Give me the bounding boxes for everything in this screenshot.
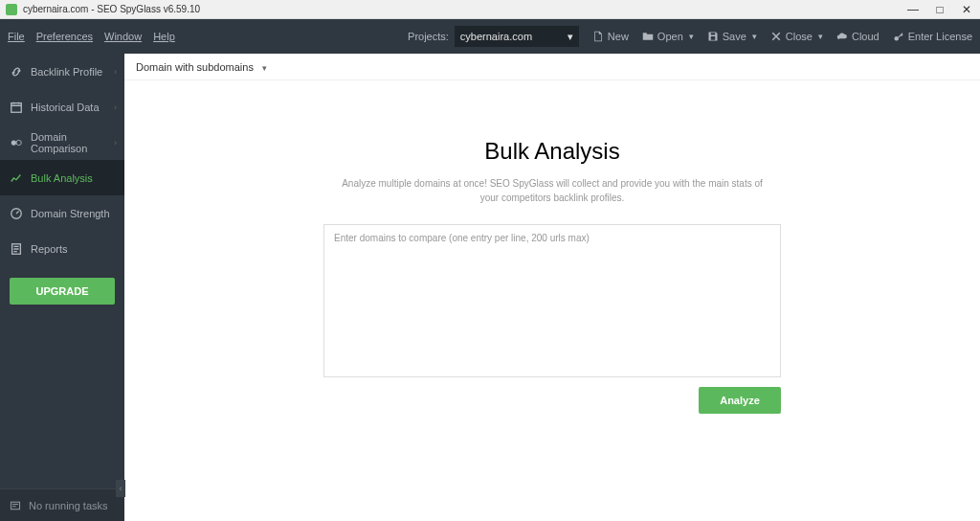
menu-file[interactable]: File — [8, 31, 25, 42]
sidebar-toggle[interactable]: ‹ — [116, 480, 125, 497]
sidebar-item-bulk-analysis[interactable]: Bulk Analysis — [0, 160, 124, 195]
cloud-button[interactable]: Cloud — [836, 31, 880, 42]
menu-preferences[interactable]: Preferences — [36, 31, 93, 42]
sidebar-item-label: Backlink Profile — [31, 66, 102, 78]
sidebar-footer: No running tasks ‹ — [0, 488, 124, 521]
svg-point-2 — [11, 140, 16, 145]
chevron-down-icon: ▾ — [689, 32, 694, 41]
gauge-icon — [10, 207, 23, 220]
sidebar-item-domain-comparison[interactable]: Domain Comparison › — [0, 125, 124, 160]
link-icon — [10, 65, 23, 79]
sidebar: Backlink Profile › Historical Data › Dom… — [0, 54, 124, 521]
project-selected-value: cybernaira.com — [460, 31, 532, 42]
page-subtitle: Analyze multiple domains at once! SEO Sp… — [332, 176, 772, 205]
chevron-down-icon: ▾ — [752, 32, 757, 41]
maximize-button[interactable]: □ — [932, 3, 947, 16]
svg-rect-6 — [11, 502, 20, 510]
cloud-icon — [836, 31, 848, 42]
menu-window[interactable]: Window — [104, 31, 142, 42]
content-main: Bulk Analysis Analyze multiple domains a… — [124, 80, 980, 521]
window-controls: — □ ✕ — [905, 3, 974, 16]
sidebar-item-label: Reports — [31, 243, 68, 255]
chevron-right-icon: › — [114, 102, 117, 112]
sidebar-item-label: Historical Data — [31, 102, 100, 113]
menubar: File Preferences Window Help Projects: c… — [0, 19, 980, 54]
chart-icon — [10, 171, 23, 185]
chevron-right-icon: › — [114, 138, 117, 147]
calendar-icon — [10, 101, 23, 114]
sidebar-item-label: Domain Strength — [31, 208, 110, 219]
svg-rect-1 — [11, 102, 22, 112]
running-tasks-label: No running tasks — [29, 500, 108, 511]
upgrade-button[interactable]: UPGRADE — [10, 278, 115, 305]
save-icon — [707, 31, 719, 42]
save-button[interactable]: Save ▾ — [707, 31, 757, 42]
new-button[interactable]: New — [592, 31, 629, 42]
projects-label: Projects: — [408, 31, 449, 42]
compare-icon — [10, 136, 23, 149]
document-icon — [592, 31, 604, 42]
folder-open-icon — [642, 31, 654, 42]
window-title: cybernaira.com - SEO SpyGlass v6.59.10 — [23, 4, 905, 14]
content-toolbar: Domain with subdomains ▾ — [124, 54, 980, 80]
chevron-down-icon: ▾ — [818, 32, 823, 41]
app-icon — [6, 4, 17, 15]
sidebar-item-domain-strength[interactable]: Domain Strength — [0, 195, 124, 231]
content-area: Domain with subdomains ▾ Bulk Analysis A… — [124, 54, 980, 521]
analyze-button[interactable]: Analyze — [699, 387, 781, 414]
svg-point-3 — [16, 140, 21, 145]
menu-help[interactable]: Help — [153, 31, 175, 42]
domain-mode-select[interactable]: Domain with subdomains ▾ — [136, 61, 267, 73]
open-button[interactable]: Open ▾ — [642, 31, 694, 42]
close-icon — [770, 31, 782, 42]
domains-textarea[interactable] — [323, 224, 781, 377]
tasks-icon — [10, 500, 21, 511]
menu-items: File Preferences Window Help — [8, 31, 175, 42]
page-title: Bulk Analysis — [484, 138, 619, 165]
close-button[interactable]: Close ▾ — [770, 31, 823, 42]
chevron-down-icon: ▾ — [568, 31, 573, 43]
sidebar-item-label: Domain Comparison — [31, 131, 115, 154]
close-window-button[interactable]: ✕ — [959, 3, 974, 16]
titlebar: cybernaira.com - SEO SpyGlass v6.59.10 —… — [0, 0, 980, 19]
sidebar-item-backlink-profile[interactable]: Backlink Profile › — [0, 54, 124, 89]
sidebar-item-label: Bulk Analysis — [31, 172, 93, 184]
sidebar-item-reports[interactable]: Reports — [0, 231, 124, 266]
document-icon — [10, 242, 23, 256]
sidebar-item-historical-data[interactable]: Historical Data › — [0, 89, 124, 125]
chevron-down-icon: ▾ — [262, 63, 267, 73]
key-icon — [893, 31, 904, 42]
enter-license-button[interactable]: Enter License — [893, 31, 972, 42]
minimize-button[interactable]: — — [905, 3, 921, 16]
chevron-right-icon: › — [114, 67, 117, 77]
project-select[interactable]: cybernaira.com ▾ — [455, 26, 579, 47]
